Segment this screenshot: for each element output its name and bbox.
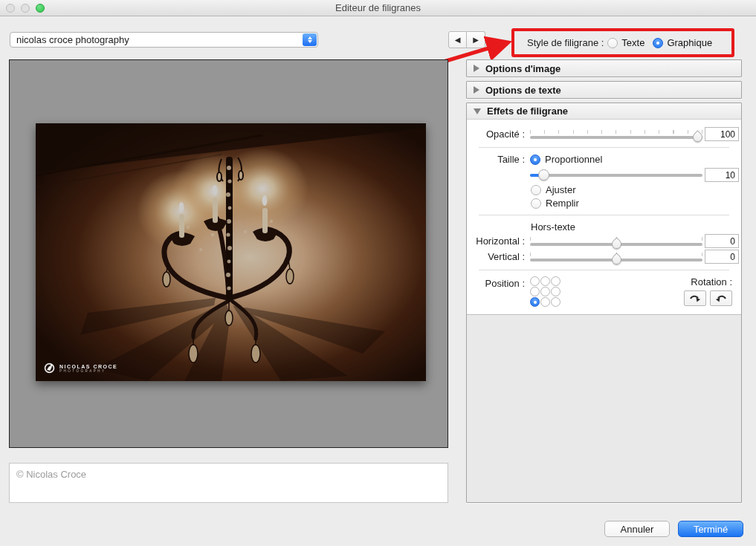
right-arrow-icon: ▶ bbox=[473, 36, 479, 44]
position-cell-middle-right[interactable] bbox=[551, 287, 560, 296]
vertical-label: Vertical : bbox=[467, 251, 528, 262]
style-texte-label[interactable]: Texte bbox=[621, 37, 644, 48]
watermark-name-text: NICOLAS CROCE bbox=[59, 364, 117, 369]
photo-watermark: NICOLAS CROCE PHOTOGRAPHY bbox=[43, 362, 117, 374]
size-remplir-label[interactable]: Remplir bbox=[546, 198, 579, 209]
window-title: Editeur de filigranes bbox=[335, 2, 421, 13]
minimize-button[interactable] bbox=[21, 4, 30, 13]
vertical-value-input[interactable]: 0 bbox=[705, 250, 739, 264]
close-button[interactable] bbox=[6, 4, 15, 13]
size-ajuster-label[interactable]: Ajuster bbox=[546, 184, 575, 195]
position-label: Position : bbox=[467, 276, 528, 289]
opacity-value-input[interactable]: 100 bbox=[705, 127, 739, 141]
chevron-up-icon bbox=[308, 36, 312, 39]
section-options-image-label: Options d'image bbox=[485, 63, 560, 74]
watermark-subtitle-text: PHOTOGRAPHY bbox=[59, 369, 117, 373]
disclosure-right-icon bbox=[474, 86, 479, 94]
preview-photo: NICOLAS CROCE PHOTOGRAPHY bbox=[36, 123, 426, 381]
size-slider-thumb[interactable] bbox=[538, 169, 549, 181]
tick-marks bbox=[530, 130, 702, 134]
effects-content: Opacité : 100 Taille : Proportionnel bbox=[467, 120, 741, 315]
position-cell-top-center[interactable] bbox=[540, 276, 550, 286]
disclosure-right-icon bbox=[474, 65, 479, 72]
done-button[interactable]: Terminé bbox=[678, 521, 743, 537]
position-cell-top-right[interactable] bbox=[551, 276, 560, 286]
section-options-texte-label: Options de texte bbox=[485, 85, 561, 96]
size-label: Taille : bbox=[467, 154, 528, 165]
copyright-text-input[interactable]: © Nicolas Croce bbox=[9, 463, 448, 503]
divider bbox=[479, 270, 729, 270]
preview-area: NICOLAS CROCE PHOTOGRAPHY bbox=[9, 59, 448, 448]
horizontal-slider[interactable] bbox=[530, 237, 702, 246]
horizontal-label: Horizontal : bbox=[467, 235, 528, 247]
watermark-style-label: Style de filigrane : bbox=[527, 37, 604, 48]
position-cell-bottom-center[interactable] bbox=[540, 297, 550, 307]
style-graphique-radio[interactable] bbox=[653, 38, 663, 48]
position-cell-top-left[interactable] bbox=[530, 276, 540, 286]
size-value-input[interactable]: 10 bbox=[705, 168, 739, 182]
divider bbox=[479, 147, 729, 148]
rotation-label: Rotation : bbox=[691, 276, 732, 287]
preview-navigation: ◀ ▶ bbox=[448, 31, 485, 48]
rotate-left-icon bbox=[715, 293, 727, 304]
section-effets-filigrane-header[interactable]: Effets de filigrane bbox=[467, 103, 741, 120]
rotate-right-icon bbox=[689, 293, 701, 304]
annotation-red-box: Style de filigrane : Texte Graphique bbox=[511, 28, 734, 57]
opacity-label: Opacité : bbox=[467, 129, 528, 140]
zoom-button[interactable] bbox=[36, 4, 45, 13]
watermark-editor-window: Editeur de filigranes nicolas croce phot… bbox=[0, 0, 756, 546]
chevron-down-icon bbox=[308, 40, 312, 43]
section-effets-filigrane-label: Effets de filigrane bbox=[487, 105, 568, 117]
title-bar: Editeur de filigranes bbox=[0, 0, 756, 16]
traffic-lights bbox=[6, 4, 45, 13]
panel-empty-area bbox=[467, 315, 741, 502]
style-graphique-label[interactable]: Graphique bbox=[667, 37, 712, 48]
disclosure-down-icon bbox=[474, 108, 481, 114]
watermark-style-row: Style de filigrane : Texte Graphique bbox=[527, 37, 712, 48]
left-arrow-icon: ◀ bbox=[455, 36, 461, 44]
section-options-image[interactable]: Options d'image bbox=[466, 59, 742, 77]
size-proportionnel-label[interactable]: Proportionnel bbox=[545, 154, 602, 165]
preset-dropdown[interactable]: nicolas croce photography bbox=[10, 32, 318, 48]
cancel-button[interactable]: Annuler bbox=[604, 521, 670, 537]
position-cell-bottom-right[interactable] bbox=[551, 297, 560, 307]
divider bbox=[479, 215, 729, 215]
size-remplir-radio[interactable] bbox=[531, 198, 541, 209]
chandelier-photo bbox=[36, 123, 426, 381]
position-anchor-grid bbox=[530, 276, 560, 307]
rotate-right-button[interactable] bbox=[684, 290, 706, 306]
size-slider[interactable] bbox=[530, 174, 702, 177]
offset-group-label: Hors-texte bbox=[531, 221, 741, 233]
position-cell-middle-left[interactable] bbox=[530, 287, 540, 296]
position-cell-bottom-left[interactable] bbox=[530, 297, 540, 307]
style-texte-radio[interactable] bbox=[607, 38, 618, 48]
size-ajuster-radio[interactable] bbox=[531, 185, 541, 195]
horizontal-value-input[interactable]: 0 bbox=[705, 234, 739, 248]
position-cell-middle-center[interactable] bbox=[540, 287, 550, 296]
size-proportionnel-radio[interactable] bbox=[530, 155, 540, 165]
vertical-slider[interactable] bbox=[530, 253, 702, 261]
section-effets-filigrane: Effets de filigrane Opacité : 100 Taille… bbox=[466, 103, 742, 503]
section-options-texte[interactable]: Options de texte bbox=[466, 81, 742, 99]
watermark-logo-icon bbox=[43, 362, 56, 374]
dropdown-stepper-icon bbox=[303, 33, 317, 46]
opacity-slider[interactable] bbox=[530, 130, 702, 139]
settings-panel: Options d'image Options de texte Effets … bbox=[466, 59, 742, 503]
rotate-left-button[interactable] bbox=[710, 290, 732, 306]
previous-image-button[interactable]: ◀ bbox=[448, 31, 467, 48]
next-image-button[interactable]: ▶ bbox=[467, 31, 485, 48]
preset-dropdown-value: nicolas croce photography bbox=[16, 34, 129, 45]
